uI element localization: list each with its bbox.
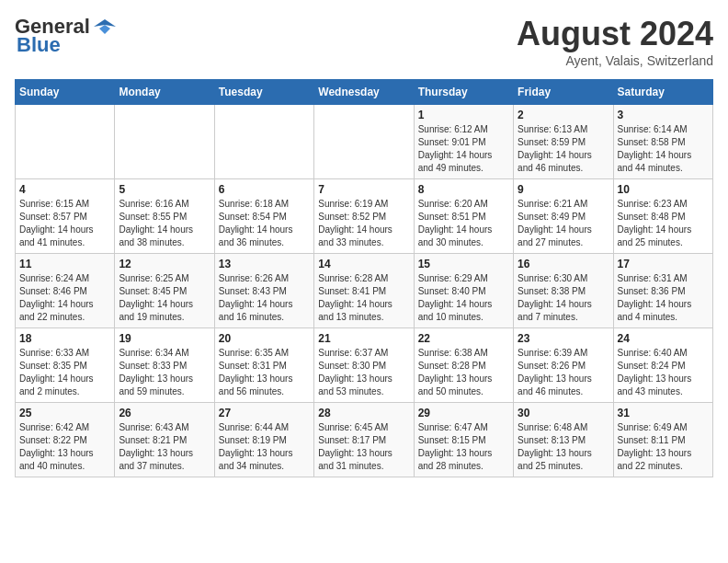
page-subtitle: Ayent, Valais, Switzerland bbox=[517, 53, 713, 68]
cell-w2-d5: 9Sunrise: 6:21 AM Sunset: 8:49 PM Daylig… bbox=[514, 179, 613, 254]
day-info: Sunrise: 6:23 AM Sunset: 8:48 PM Dayligh… bbox=[618, 198, 709, 249]
day-info: Sunrise: 6:49 AM Sunset: 8:11 PM Dayligh… bbox=[618, 421, 709, 473]
day-info: Sunrise: 6:38 AM Sunset: 8:28 PM Dayligh… bbox=[418, 347, 509, 398]
cell-w2-d0: 4Sunrise: 6:15 AM Sunset: 8:57 PM Daylig… bbox=[16, 179, 115, 254]
cell-w5-d2: 27Sunrise: 6:44 AM Sunset: 8:19 PM Dayli… bbox=[214, 403, 313, 477]
day-info: Sunrise: 6:20 AM Sunset: 8:51 PM Dayligh… bbox=[418, 198, 509, 249]
cell-w2-d1: 5Sunrise: 6:16 AM Sunset: 8:55 PM Daylig… bbox=[115, 179, 214, 254]
cell-w2-d3: 7Sunrise: 6:19 AM Sunset: 8:52 PM Daylig… bbox=[314, 179, 414, 254]
cell-w3-d4: 15Sunrise: 6:29 AM Sunset: 8:40 PM Dayli… bbox=[414, 254, 513, 328]
cell-w4-d6: 24Sunrise: 6:40 AM Sunset: 8:24 PM Dayli… bbox=[613, 328, 712, 403]
day-number: 10 bbox=[618, 183, 709, 196]
day-number: 3 bbox=[618, 109, 709, 121]
cell-w3-d6: 17Sunrise: 6:31 AM Sunset: 8:36 PM Dayli… bbox=[613, 254, 712, 328]
cell-w5-d5: 30Sunrise: 6:48 AM Sunset: 8:13 PM Dayli… bbox=[514, 403, 613, 477]
day-info: Sunrise: 6:14 AM Sunset: 8:58 PM Dayligh… bbox=[618, 123, 709, 175]
day-number: 31 bbox=[618, 407, 709, 419]
day-number: 12 bbox=[119, 258, 210, 270]
day-number: 4 bbox=[19, 183, 110, 196]
day-number: 21 bbox=[318, 332, 409, 345]
day-number: 23 bbox=[518, 332, 609, 345]
week-row-2: 4Sunrise: 6:15 AM Sunset: 8:57 PM Daylig… bbox=[16, 179, 713, 254]
logo-text-blue: Blue bbox=[17, 33, 61, 57]
cell-w2-d4: 8Sunrise: 6:20 AM Sunset: 8:51 PM Daylig… bbox=[414, 179, 513, 254]
svg-marker-1 bbox=[99, 25, 110, 34]
cell-w1-d3 bbox=[314, 105, 414, 179]
day-info: Sunrise: 6:18 AM Sunset: 8:54 PM Dayligh… bbox=[219, 198, 310, 249]
day-number: 26 bbox=[119, 407, 210, 419]
day-info: Sunrise: 6:40 AM Sunset: 8:24 PM Dayligh… bbox=[618, 347, 709, 398]
calendar-table: Sunday Monday Tuesday Wednesday Thursday… bbox=[15, 79, 713, 477]
cell-w1-d0 bbox=[16, 105, 115, 179]
day-info: Sunrise: 6:16 AM Sunset: 8:55 PM Dayligh… bbox=[119, 198, 210, 249]
cell-w5-d3: 28Sunrise: 6:45 AM Sunset: 8:17 PM Dayli… bbox=[314, 403, 414, 477]
day-info: Sunrise: 6:15 AM Sunset: 8:57 PM Dayligh… bbox=[19, 198, 110, 249]
day-info: Sunrise: 6:19 AM Sunset: 8:52 PM Dayligh… bbox=[318, 198, 409, 249]
cell-w2-d6: 10Sunrise: 6:23 AM Sunset: 8:48 PM Dayli… bbox=[613, 179, 712, 254]
day-info: Sunrise: 6:13 AM Sunset: 8:59 PM Dayligh… bbox=[518, 123, 609, 175]
header-row: Sunday Monday Tuesday Wednesday Thursday… bbox=[16, 80, 713, 105]
cell-w2-d2: 6Sunrise: 6:18 AM Sunset: 8:54 PM Daylig… bbox=[214, 179, 313, 254]
cell-w5-d6: 31Sunrise: 6:49 AM Sunset: 8:11 PM Dayli… bbox=[613, 403, 712, 477]
day-info: Sunrise: 6:28 AM Sunset: 8:41 PM Dayligh… bbox=[318, 272, 409, 324]
day-number: 8 bbox=[418, 183, 509, 196]
day-info: Sunrise: 6:29 AM Sunset: 8:40 PM Dayligh… bbox=[418, 272, 509, 324]
week-row-4: 18Sunrise: 6:33 AM Sunset: 8:35 PM Dayli… bbox=[16, 328, 713, 403]
day-number: 20 bbox=[219, 332, 310, 345]
day-number: 25 bbox=[19, 407, 110, 419]
day-number: 16 bbox=[518, 258, 609, 270]
day-info: Sunrise: 6:24 AM Sunset: 8:46 PM Dayligh… bbox=[19, 272, 110, 324]
day-info: Sunrise: 6:30 AM Sunset: 8:38 PM Dayligh… bbox=[518, 272, 609, 324]
day-info: Sunrise: 6:26 AM Sunset: 8:43 PM Dayligh… bbox=[219, 272, 310, 324]
cell-w1-d5: 2Sunrise: 6:13 AM Sunset: 8:59 PM Daylig… bbox=[514, 105, 613, 179]
cell-w4-d1: 19Sunrise: 6:34 AM Sunset: 8:33 PM Dayli… bbox=[115, 328, 214, 403]
week-row-3: 11Sunrise: 6:24 AM Sunset: 8:46 PM Dayli… bbox=[16, 254, 713, 328]
day-info: Sunrise: 6:35 AM Sunset: 8:31 PM Dayligh… bbox=[219, 347, 310, 398]
day-number: 2 bbox=[518, 109, 609, 121]
day-number: 13 bbox=[219, 258, 310, 270]
day-number: 1 bbox=[418, 109, 509, 121]
day-number: 7 bbox=[318, 183, 409, 196]
logo: General Blue bbox=[15, 15, 118, 57]
cell-w3-d0: 11Sunrise: 6:24 AM Sunset: 8:46 PM Dayli… bbox=[16, 254, 115, 328]
calendar-header: Sunday Monday Tuesday Wednesday Thursday… bbox=[16, 80, 713, 105]
col-monday: Monday bbox=[115, 80, 214, 105]
cell-w1-d4: 1Sunrise: 6:12 AM Sunset: 9:01 PM Daylig… bbox=[414, 105, 513, 179]
col-sunday: Sunday bbox=[16, 80, 115, 105]
cell-w4-d5: 23Sunrise: 6:39 AM Sunset: 8:26 PM Dayli… bbox=[514, 328, 613, 403]
day-info: Sunrise: 6:43 AM Sunset: 8:21 PM Dayligh… bbox=[119, 421, 210, 473]
col-saturday: Saturday bbox=[613, 80, 712, 105]
day-number: 17 bbox=[618, 258, 709, 270]
day-number: 14 bbox=[318, 258, 409, 270]
day-info: Sunrise: 6:31 AM Sunset: 8:36 PM Dayligh… bbox=[618, 272, 709, 324]
day-info: Sunrise: 6:47 AM Sunset: 8:15 PM Dayligh… bbox=[418, 421, 509, 473]
day-number: 27 bbox=[219, 407, 310, 419]
day-info: Sunrise: 6:25 AM Sunset: 8:45 PM Dayligh… bbox=[119, 272, 210, 324]
day-info: Sunrise: 6:39 AM Sunset: 8:26 PM Dayligh… bbox=[518, 347, 609, 398]
calendar-body: 1Sunrise: 6:12 AM Sunset: 9:01 PM Daylig… bbox=[16, 105, 713, 477]
cell-w5-d4: 29Sunrise: 6:47 AM Sunset: 8:15 PM Dayli… bbox=[414, 403, 513, 477]
day-info: Sunrise: 6:45 AM Sunset: 8:17 PM Dayligh… bbox=[318, 421, 409, 473]
day-info: Sunrise: 6:48 AM Sunset: 8:13 PM Dayligh… bbox=[518, 421, 609, 473]
day-info: Sunrise: 6:12 AM Sunset: 9:01 PM Dayligh… bbox=[418, 123, 509, 175]
day-info: Sunrise: 6:37 AM Sunset: 8:30 PM Dayligh… bbox=[318, 347, 409, 398]
cell-w5-d0: 25Sunrise: 6:42 AM Sunset: 8:22 PM Dayli… bbox=[16, 403, 115, 477]
page-title: August 2024 bbox=[517, 15, 713, 53]
day-number: 6 bbox=[219, 183, 310, 196]
cell-w5-d1: 26Sunrise: 6:43 AM Sunset: 8:21 PM Dayli… bbox=[115, 403, 214, 477]
header: General Blue August 2024 Ayent, Valais, … bbox=[15, 15, 713, 68]
logo-bird-icon bbox=[92, 17, 118, 36]
day-number: 22 bbox=[418, 332, 509, 345]
col-tuesday: Tuesday bbox=[214, 80, 313, 105]
day-number: 15 bbox=[418, 258, 509, 270]
cell-w1-d1 bbox=[115, 105, 214, 179]
cell-w3-d2: 13Sunrise: 6:26 AM Sunset: 8:43 PM Dayli… bbox=[214, 254, 313, 328]
day-number: 19 bbox=[119, 332, 210, 345]
day-number: 24 bbox=[618, 332, 709, 345]
day-number: 29 bbox=[418, 407, 509, 419]
cell-w4-d2: 20Sunrise: 6:35 AM Sunset: 8:31 PM Dayli… bbox=[214, 328, 313, 403]
day-number: 28 bbox=[318, 407, 409, 419]
col-thursday: Thursday bbox=[414, 80, 513, 105]
cell-w4-d4: 22Sunrise: 6:38 AM Sunset: 8:28 PM Dayli… bbox=[414, 328, 513, 403]
day-info: Sunrise: 6:34 AM Sunset: 8:33 PM Dayligh… bbox=[119, 347, 210, 398]
